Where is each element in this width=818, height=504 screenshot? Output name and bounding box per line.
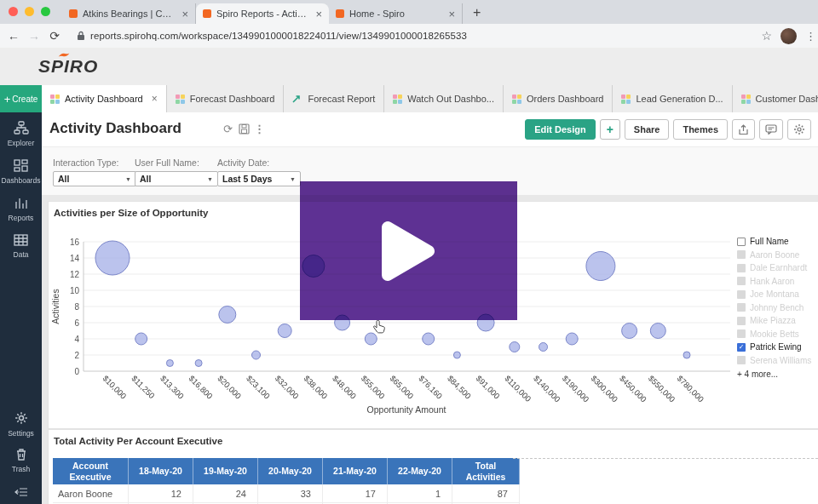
- sidebar-collapse[interactable]: [0, 487, 42, 497]
- export-button[interactable]: [732, 119, 755, 140]
- column-header-19-may-20[interactable]: 19-May-20: [193, 458, 258, 484]
- browser-menu-icon[interactable]: ⋮: [805, 30, 816, 43]
- checkbox-dimmed-icon[interactable]: [737, 329, 746, 338]
- save-icon[interactable]: [239, 123, 250, 136]
- legend-item-hank-aaron[interactable]: Hank Aaron: [737, 275, 818, 289]
- bookmark-star-icon[interactable]: ☆: [761, 29, 772, 43]
- table-row-aaron-boone[interactable]: Aaron Boone12243317187: [53, 484, 520, 503]
- bubble-20-000[interactable]: [219, 306, 236, 324]
- refresh-icon[interactable]: ⟳: [223, 123, 233, 135]
- add-widget-button[interactable]: +: [600, 119, 620, 140]
- legend-item-mookie-betts[interactable]: Mookie Betts: [737, 328, 818, 341]
- comments-button[interactable]: [759, 119, 783, 140]
- bubble-300-000[interactable]: [586, 252, 615, 281]
- sidebar-item-label: Reports: [9, 214, 34, 222]
- legend-more-link[interactable]: + 4 more...: [737, 369, 818, 379]
- bubble-11-250[interactable]: [135, 333, 147, 345]
- filter-select-activity-date[interactable]: Last 5 Days▼: [217, 171, 301, 186]
- checkbox-dimmed-icon[interactable]: [737, 356, 746, 364]
- column-header-total-activities[interactable]: Total Activities: [452, 458, 520, 484]
- checkbox-dimmed-icon[interactable]: [737, 317, 746, 325]
- minimize-window-icon[interactable]: [25, 7, 34, 16]
- dashboard-tab-orders-dashboard[interactable]: Orders Dashboard: [504, 85, 614, 112]
- dashboard-tab-watch-out-dashbo[interactable]: Watch Out Dashbo...: [384, 85, 504, 112]
- sidebar-item-settings[interactable]: Settings: [0, 411, 42, 438]
- bubble-140-000[interactable]: [539, 343, 548, 352]
- edit-design-button[interactable]: Edit Design: [525, 119, 596, 140]
- legend-item-patrick-ewing[interactable]: ✓Patrick Ewing: [737, 341, 818, 354]
- legend-checkbox-all[interactable]: [737, 238, 746, 246]
- browser-tab-atkins-bearings-company-de[interactable]: Atkins Bearings | Company De×: [62, 3, 196, 24]
- filter-activity-date: Activity Date:Last 5 Days▼: [217, 158, 301, 186]
- bubble-110-000[interactable]: [510, 342, 520, 352]
- page-menu-icon[interactable]: ⋮: [254, 123, 265, 135]
- sidebar-item-dashboards[interactable]: Dashboards: [0, 159, 42, 185]
- legend-item-mike-piazza[interactable]: Mike Piazza: [737, 314, 818, 328]
- sidebar-item-explorer[interactable]: Explorer: [0, 121, 42, 147]
- checkbox-dimmed-icon[interactable]: [737, 277, 746, 285]
- bubble-10-000[interactable]: [95, 241, 130, 275]
- create-button[interactable]: + Create: [0, 85, 42, 112]
- bubble-32-000[interactable]: [278, 324, 291, 338]
- bubble-450-000[interactable]: [622, 324, 637, 339]
- profile-avatar[interactable]: [781, 28, 797, 44]
- settings-button[interactable]: [787, 119, 811, 140]
- legend-item-joe-montana[interactable]: Joe Montana: [737, 288, 818, 301]
- column-header-18-may-20[interactable]: 18-May-20: [129, 458, 193, 484]
- checkbox-dimmed-icon[interactable]: [737, 264, 746, 272]
- bubble-84-500[interactable]: [453, 352, 460, 358]
- column-header-21-may-20[interactable]: 21-May-20: [323, 458, 388, 484]
- bubble-23-100[interactable]: [252, 351, 261, 359]
- browser-tab-home-spiro[interactable]: Home - Spiro×: [329, 3, 463, 24]
- bubble-780-000[interactable]: [683, 352, 690, 358]
- new-tab-button[interactable]: +: [473, 5, 481, 20]
- sidebar-item-data[interactable]: Data: [0, 234, 42, 259]
- themes-button[interactable]: Themes: [673, 119, 728, 140]
- play-icon[interactable]: [379, 219, 439, 284]
- dashboard-tab-forecast-dashboard[interactable]: Forecast Dashboard: [167, 85, 285, 112]
- dashboard-tab-activity-dashboard[interactable]: Activity Dashboard×: [42, 85, 167, 112]
- video-play-layer[interactable]: [300, 181, 517, 320]
- bubble-76-160[interactable]: [423, 333, 435, 345]
- filter-select-user-full-name[interactable]: All▼: [135, 171, 218, 186]
- plus-icon: +: [4, 93, 11, 106]
- share-button[interactable]: Share: [625, 119, 670, 140]
- dashboard-tab-forecast-report[interactable]: Forecast Report: [284, 85, 384, 112]
- sidebar-item-reports[interactable]: Reports: [0, 197, 42, 222]
- bubble-550-000[interactable]: [650, 324, 665, 339]
- dashboard-tab-lead-generation-d[interactable]: Lead Generation D...: [613, 85, 732, 112]
- tab-close-icon[interactable]: ×: [315, 8, 322, 20]
- dashboard-tab-customer-dashboa[interactable]: Customer Dashboa...: [733, 85, 818, 112]
- column-header-account-executive[interactable]: Account Executive: [53, 458, 129, 484]
- column-header-22-may-20[interactable]: 22-May-20: [388, 458, 452, 484]
- tab-close-icon[interactable]: ×: [181, 8, 188, 20]
- url-text[interactable]: reports.spirohq.com/workspace/1349901000…: [90, 31, 467, 41]
- filter-select-interaction-type[interactable]: All▼: [53, 171, 136, 186]
- legend-item-johnny-bench[interactable]: Johnny Bench: [737, 301, 818, 315]
- legend-item-serena-williams[interactable]: Serena Williams: [737, 354, 818, 368]
- column-header-20-may-20[interactable]: 20-May-20: [258, 458, 323, 484]
- forward-icon[interactable]: →: [24, 29, 44, 43]
- legend-item-dale-earnhardt[interactable]: Dale Earnhardt: [737, 261, 818, 275]
- bubble-16-800[interactable]: [195, 360, 202, 367]
- dashboard-tab-close-icon[interactable]: ×: [152, 93, 158, 105]
- legend-header[interactable]: Full Name: [737, 235, 818, 249]
- back-icon[interactable]: ←: [3, 29, 24, 43]
- legend-item-name: Patrick Ewing: [750, 342, 802, 352]
- checkbox-dimmed-icon[interactable]: [737, 290, 746, 299]
- legend-item-aaron-boone[interactable]: Aaron Boone: [737, 249, 818, 262]
- window-controls[interactable]: [9, 7, 50, 16]
- tab-close-icon[interactable]: ×: [448, 8, 455, 20]
- checkbox-checked-icon[interactable]: ✓: [737, 343, 746, 352]
- close-window-icon[interactable]: [9, 7, 18, 16]
- checkbox-dimmed-icon[interactable]: [737, 303, 746, 312]
- bubble-55-000[interactable]: [365, 333, 377, 345]
- maximize-window-icon[interactable]: [41, 7, 50, 16]
- browser-tab-spiro-reports-activity-dashb[interactable]: Spiro Reports - Activity Dashb×: [196, 3, 329, 24]
- checkbox-dimmed-icon[interactable]: [737, 250, 746, 259]
- sidebar-item-label: Explorer: [8, 139, 35, 147]
- reload-icon[interactable]: ⟳: [44, 29, 65, 43]
- sidebar-item-trash[interactable]: Trash: [0, 448, 42, 473]
- bubble-190-000[interactable]: [566, 333, 578, 345]
- bubble-13-300[interactable]: [166, 360, 173, 367]
